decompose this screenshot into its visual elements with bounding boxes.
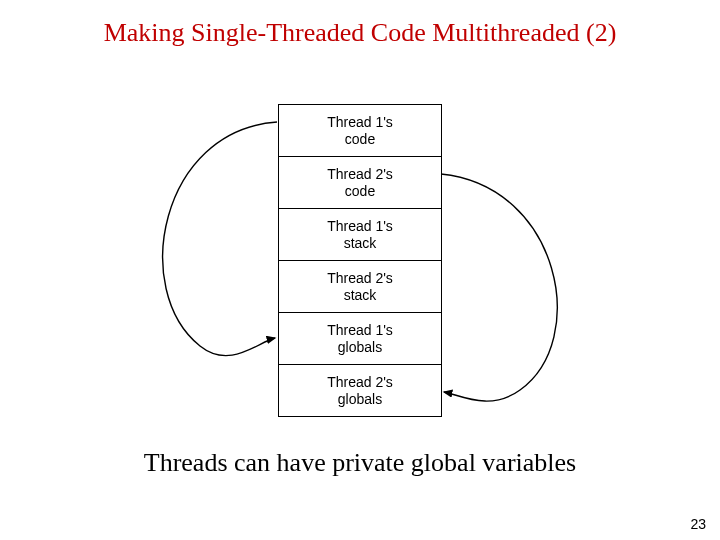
memory-diagram: Thread 1's code Thread 2's code Thread 1…: [0, 90, 720, 420]
pointer-arrows: [0, 90, 720, 420]
slide-caption: Threads can have private global variable…: [0, 448, 720, 478]
slide-title: Making Single-Threaded Code Multithreade…: [0, 18, 720, 48]
page-number: 23: [690, 516, 706, 532]
